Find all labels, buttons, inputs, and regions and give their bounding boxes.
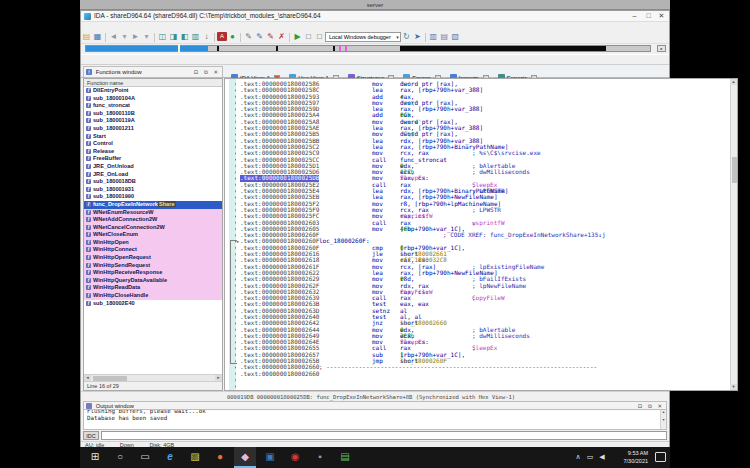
debugger-selector-dropdown[interactable]: Local Windows debugger: [325, 32, 401, 42]
function-list-item[interactable]: fsub_18000110B: [84, 110, 222, 118]
navband-zoom-button[interactable]: ▸: [657, 45, 666, 52]
search-text-icon[interactable]: ◫: [157, 31, 168, 43]
idc-language-button[interactable]: IDC: [83, 431, 99, 440]
attach-icon[interactable]: ↻: [401, 31, 412, 43]
function-list-item[interactable]: fStart: [84, 133, 222, 141]
jump-address-icon[interactable]: ↓: [201, 31, 212, 43]
function-list-item[interactable]: fWinHttpReadData: [84, 284, 222, 292]
rename-icon[interactable]: A: [217, 32, 227, 41]
function-list-item[interactable]: fWinHttpOpenRequest: [84, 254, 222, 262]
edit-comment-icon[interactable]: ✎: [243, 31, 254, 43]
function-list-item[interactable]: fWNetCloseEnum: [84, 231, 222, 239]
search-binary-icon[interactable]: ◧: [179, 31, 190, 43]
search-icon[interactable]: ○: [109, 447, 131, 468]
display-icon[interactable]: ▭: [584, 447, 596, 468]
ida-titlebar[interactable]: IDA - shareD964.64 (shareD964.dll) C:\Te…: [81, 11, 669, 22]
function-list-item[interactable]: fsub_180001931: [84, 186, 222, 194]
function-list-item[interactable]: fsub_1800018DB: [84, 178, 222, 186]
functions-horizontal-scrollbar[interactable]: ◄ ►: [84, 374, 222, 381]
start-button[interactable]: ⊞: [84, 447, 106, 468]
patch-icon[interactable]: ✎: [265, 31, 276, 43]
function-list-item[interactable]: fWinHttpReceiveResponse: [84, 269, 222, 277]
function-list-item[interactable]: fFreeBuffer: [84, 155, 222, 163]
output-log[interactable]: Flushing buffers, please wait...okDataba…: [83, 410, 667, 430]
breakpoint-list-icon[interactable]: ▥: [428, 31, 439, 43]
function-list-item[interactable]: ffunc_stroncat: [84, 102, 222, 110]
output-window-buttons[interactable]: ⊡ ⧉ ✕: [638, 402, 664, 410]
output-window-header[interactable]: Output window ⊡ ⧉ ✕: [83, 401, 667, 410]
terminal-icon[interactable]: ▪: [309, 447, 331, 468]
disassembly-vertical-scrollbar[interactable]: ▲ ▼: [730, 79, 737, 390]
edit-function-icon[interactable]: ✎: [254, 31, 265, 43]
function-icon: f: [86, 149, 91, 154]
function-list-item[interactable]: fJRE_OnUnload: [84, 163, 222, 171]
save-icon[interactable]: ▦: [92, 31, 103, 43]
disassembly-view[interactable]: ► .text:0000000180002586movdword ptr [ra…: [224, 78, 738, 391]
function-list-item[interactable]: fWinHttpConnect: [84, 246, 222, 254]
trace-icon[interactable]: ▧: [450, 31, 461, 43]
taskbar-clock[interactable]: 9:53 AM 7/30/2021: [612, 449, 648, 465]
function-list-item[interactable]: fWinHttpCloseHandle: [84, 292, 222, 300]
function-list-item[interactable]: fDllEntryPoint: [84, 87, 222, 95]
functions-window-header[interactable]: f Functions window ⊡ ⧉ ✕: [83, 66, 223, 78]
ida-icon[interactable]: ◆: [234, 447, 256, 468]
function-list-item[interactable]: fsub_18000104A: [84, 95, 222, 103]
action-center-icon[interactable]: [655, 452, 666, 462]
function-list-item[interactable]: fWNetAddConnection2W: [84, 216, 222, 224]
function-list-item[interactable]: fJRE_OnLoad: [84, 171, 222, 179]
back-history-icon[interactable]: ▾: [119, 31, 130, 43]
function-list-item[interactable]: fWNetEnumResourceW: [84, 209, 222, 217]
watches-icon[interactable]: ▤: [439, 31, 450, 43]
function-icon: f: [86, 187, 91, 192]
search-list-icon[interactable]: ▥: [190, 31, 201, 43]
function-list-item[interactable]: fsub_180001211: [84, 125, 222, 133]
function-name-column-header[interactable]: Function name: [84, 79, 222, 87]
navband-tick-external: [345, 46, 347, 51]
scrollbar-thumb[interactable]: [732, 157, 737, 183]
search-next-icon[interactable]: ◨: [168, 31, 179, 43]
open-file-icon[interactable]: ▤: [81, 31, 92, 43]
debug-pause-icon[interactable]: □: [303, 31, 314, 43]
navband-track[interactable]: [85, 45, 651, 52]
tray-expand-icon[interactable]: ∧: [572, 447, 584, 468]
output-scrollbar[interactable]: ▲▼: [660, 410, 666, 429]
vscode-icon[interactable]: ▣: [259, 447, 281, 468]
navigate-forward-icon[interactable]: ►: [130, 31, 141, 43]
debug-stop-icon[interactable]: □: [314, 31, 325, 43]
opera-icon[interactable]: ◉: [284, 447, 306, 468]
function-list-item[interactable]: fWinHttpQueryDataAvailable: [84, 277, 222, 285]
scroll-down-arrow-icon[interactable]: ▼: [730, 384, 737, 390]
task-view-icon[interactable]: ▭: [134, 447, 156, 468]
close-button[interactable]: ✕: [655, 11, 668, 22]
firefox-icon[interactable]: ●: [209, 447, 231, 468]
function-list-item[interactable]: fControl: [84, 140, 222, 148]
step-icon[interactable]: ➤: [412, 31, 423, 43]
file-explorer-icon[interactable]: ▨: [184, 447, 206, 468]
undefine-icon[interactable]: ✗: [276, 31, 287, 43]
minimize-button[interactable]: –: [628, 11, 641, 22]
disasm-line[interactable]: .text:0000000180002660: [238, 371, 730, 377]
forward-history-icon[interactable]: ▾: [141, 31, 152, 43]
navigate-back-icon[interactable]: ◄: [108, 31, 119, 43]
functions-window-buttons[interactable]: ⊡ ⧉ ✕: [194, 67, 220, 77]
colors-icon[interactable]: ●: [227, 31, 238, 43]
function-icon: f: [86, 232, 91, 237]
function-list-item[interactable]: ffunc_DropExeInNetworkShare: [84, 201, 222, 209]
debug-run-icon[interactable]: ▶: [292, 31, 303, 43]
function-list-item[interactable]: fWinHttpSendRequest: [84, 262, 222, 270]
edge-icon[interactable]: e: [159, 447, 181, 468]
vm-titlebar[interactable]: server: [80, 0, 670, 10]
function-list-item[interactable]: fsub_18000119A: [84, 117, 222, 125]
volume-icon[interactable]: ◀: [596, 447, 608, 468]
function-list-item[interactable]: fsub_180001990: [84, 193, 222, 201]
output-command-input[interactable]: [101, 431, 667, 440]
function-list-item[interactable]: fsub_180002E40: [84, 300, 222, 308]
notepad-icon[interactable]: ▤: [334, 447, 356, 468]
function-icon: f: [86, 96, 91, 101]
navigation-band[interactable]: ▸: [81, 44, 669, 54]
function-list-item[interactable]: fWNetCancelConnection2W: [84, 224, 222, 232]
maximize-button[interactable]: □: [642, 11, 655, 22]
function-list-item[interactable]: fRelease: [84, 148, 222, 156]
function-list-item[interactable]: fWinHttpOpen: [84, 239, 222, 247]
scroll-up-arrow-icon[interactable]: ▲: [730, 79, 737, 85]
